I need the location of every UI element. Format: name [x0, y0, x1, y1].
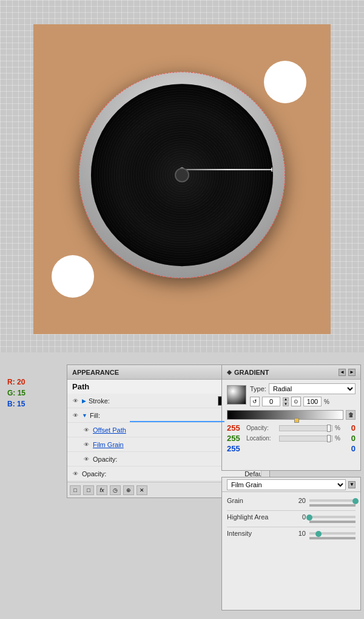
opacity-label-2: Opacity: — [82, 470, 242, 477]
turntable-outer[interactable] — [79, 72, 285, 278]
percent-label: % — [324, 398, 329, 405]
angle-arrows: ▲ ▼ — [283, 397, 289, 406]
gradient-panel-controls: ◄ ► — [339, 369, 356, 376]
connector-line — [130, 421, 221, 422]
g-value: G: 15 — [7, 388, 25, 398]
type-label: Type: — [250, 385, 266, 392]
highlight-row: Highlight Area 0 — [227, 513, 356, 521]
channel-g-row: 255 Location: % 0 — [227, 434, 356, 443]
channel-r-value: 255 — [227, 423, 244, 433]
gradient-preview[interactable] — [227, 385, 246, 405]
filmgrain-body: Grain 20 Highlight Area 0 Intensity 10 — [222, 492, 360, 548]
gradient-type-row: Type: Radial Linear — [250, 383, 356, 394]
offset-path-visibility[interactable]: 👁 — [82, 426, 90, 434]
connector-endpoint — [220, 421, 224, 422]
gradient-diamond-icon: ◆ — [227, 369, 232, 375]
angle-field[interactable] — [262, 397, 280, 406]
gradient-bar[interactable] — [227, 410, 343, 420]
opacity-channel-label: Opacity: — [246, 425, 277, 431]
gradient-stop[interactable] — [294, 418, 299, 423]
gradient-row1: Type: Radial Linear ↺ ▲ ▼ ⊙ % — [227, 383, 356, 406]
gradient-body: Type: Radial Linear ↺ ▲ ▼ ⊙ % — [222, 380, 360, 457]
artboard — [33, 24, 331, 334]
color-channels: 255 Opacity: % 0 255 Location: % 0 255 — [227, 423, 356, 453]
channel-r-row: 255 Opacity: % 0 — [227, 423, 356, 433]
grain-value: 20 — [288, 497, 306, 504]
opacity-label-1: Opacity: — [93, 456, 226, 463]
film-grain-visibility[interactable]: 👁 — [82, 440, 90, 449]
footer-clock-icon[interactable]: ◷ — [110, 485, 121, 495]
circle-top-right — [264, 61, 306, 103]
gradient-bar-row: 🗑 — [227, 410, 356, 420]
film-grain-link[interactable]: Film Grain — [93, 441, 124, 448]
intensity-value: 10 — [288, 530, 306, 537]
fill-visibility-toggle[interactable]: 👁 — [71, 411, 79, 420]
intensity-label: Intensity — [227, 530, 288, 537]
footer-fx-icon[interactable]: fx — [96, 485, 107, 495]
channel-b-zero: 0 — [346, 444, 356, 453]
footer-icon-square2[interactable]: □ — [83, 485, 94, 495]
gradient-title: ◆ GRADIENT — [227, 369, 269, 376]
highlight-value: 0 — [288, 513, 306, 521]
intensity-thumb[interactable] — [315, 531, 322, 537]
highlight-label: Highlight Area — [227, 513, 288, 521]
footer-icon-square1[interactable]: □ — [70, 485, 81, 495]
channel-r-slider[interactable] — [279, 425, 332, 431]
grain-thumb[interactable] — [352, 498, 359, 504]
gradient-panel-header: ◆ GRADIENT ◄ ► — [222, 365, 360, 380]
channel-g-zero: 0 — [346, 434, 356, 443]
circle-bottom-left — [52, 255, 94, 298]
channel-b-row: 255 0 — [227, 444, 356, 453]
filmgrain-dropdown-btn[interactable]: ▼ — [348, 481, 356, 488]
channel-b-value: 255 — [227, 444, 244, 453]
highlight-thumb[interactable] — [306, 515, 312, 521]
opacity-visibility-2[interactable]: 👁 — [71, 470, 79, 478]
channel-g-pct: % — [335, 435, 343, 442]
grain-label: Grain — [227, 497, 288, 504]
channel-g-slider[interactable] — [279, 436, 332, 442]
grain-slider[interactable] — [309, 499, 356, 502]
aspect-field[interactable] — [303, 397, 322, 406]
rgb-indicator: R: 20 G: 15 B: 15 — [7, 377, 25, 409]
tonearm-end — [271, 168, 273, 171]
grain-row: Grain 20 — [227, 497, 356, 504]
gradient-angle-row: ↺ ▲ ▼ ⊙ % — [250, 397, 356, 406]
channel-pct-label: % — [335, 425, 343, 431]
b-value: B: 15 — [7, 398, 25, 409]
tonearm — [182, 169, 273, 170]
stroke-expand-arrow[interactable]: ▶ — [82, 398, 86, 404]
gradient-panel: ◆ GRADIENT ◄ ► Type: Radial Linear ↺ — [221, 364, 361, 471]
location-channel-label: Location: — [246, 435, 277, 442]
stroke-label: Stroke: — [89, 397, 215, 405]
angle-down-btn[interactable]: ▼ — [283, 402, 289, 406]
channel-r-zero: 0 — [346, 423, 356, 433]
filmgrain-header: Film Grain ▼ — [222, 477, 360, 492]
filmgrain-effect-select[interactable]: Film Grain — [227, 479, 346, 490]
angle-icon: ↺ — [250, 397, 260, 406]
intensity-slider[interactable] — [309, 532, 356, 535]
channel-r-thumb[interactable] — [327, 425, 331, 432]
footer-add-icon[interactable]: ⊕ — [123, 485, 134, 495]
angle-up-btn[interactable]: ▲ — [283, 397, 289, 402]
gradient-type-select[interactable]: Radial Linear — [269, 383, 356, 394]
gradient-expand-btn[interactable]: ► — [348, 369, 356, 376]
gradient-collapse-btn[interactable]: ◄ — [339, 369, 346, 376]
tonearm-pivot — [180, 167, 184, 172]
appearance-title: APPEARANCE — [72, 369, 119, 376]
gradient-controls: Type: Radial Linear ↺ ▲ ▼ ⊙ % — [250, 383, 356, 406]
canvas-area — [0, 0, 364, 352]
fill-expand-arrow[interactable]: ▼ — [82, 412, 87, 419]
channel-g-thumb[interactable] — [327, 435, 331, 442]
footer-delete-icon[interactable]: ✕ — [136, 485, 147, 495]
filmgrain-panel: Film Grain ▼ Grain 20 Highlight Area 0 I… — [221, 477, 361, 610]
intensity-row: Intensity 10 — [227, 530, 356, 537]
turntable-inner — [91, 84, 273, 266]
stroke-visibility-toggle[interactable]: 👁 — [71, 397, 79, 405]
gradient-delete-btn[interactable]: 🗑 — [346, 410, 356, 420]
aspect-icon: ⊙ — [291, 397, 301, 406]
offset-path-link[interactable]: Offset Path — [93, 426, 126, 434]
r-value: R: 20 — [7, 377, 25, 388]
opacity-visibility-1[interactable]: 👁 — [82, 455, 90, 463]
channel-g-value: 255 — [227, 434, 244, 443]
highlight-slider[interactable] — [309, 516, 356, 518]
